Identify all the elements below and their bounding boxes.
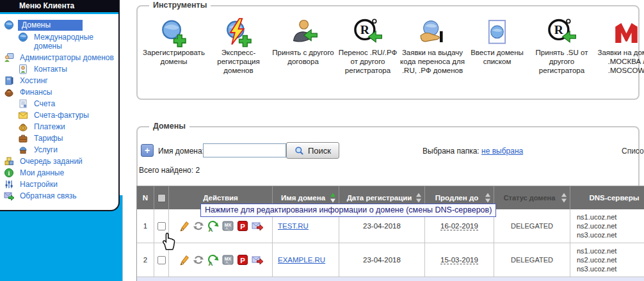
action-icons bbox=[178, 254, 263, 266]
sidebar-item-label[interactable]: Администраторы доменов bbox=[18, 52, 116, 63]
column-header-status[interactable]: Статус домена bbox=[494, 186, 570, 209]
sidebar-item-label[interactable]: Платежи bbox=[32, 122, 67, 132]
search-button-label: Поиск bbox=[308, 146, 331, 156]
sidebar-item-label[interactable]: Счета bbox=[32, 99, 57, 109]
column-header-dns[interactable]: DNS-серверы bbox=[570, 186, 644, 209]
sidebar-item-label[interactable]: Хостинг bbox=[18, 76, 50, 86]
sidebar-item[interactable]: Финансы bbox=[4, 87, 116, 97]
domain-link[interactable]: TEST.RU bbox=[278, 222, 309, 230]
sidebar-item-label[interactable]: Счета-фактуры bbox=[32, 110, 91, 120]
sidebar-item[interactable]: Администраторы доменов bbox=[4, 52, 116, 63]
tools-legend: Инструменты bbox=[149, 1, 211, 10]
domain-link[interactable]: EXAMPLE.RU bbox=[278, 256, 325, 264]
sidebar-item-label[interactable]: Настройки bbox=[18, 179, 60, 189]
sidebar-item[interactable]: Контакты bbox=[4, 64, 116, 74]
table-footer-row bbox=[137, 277, 644, 281]
row-checkbox[interactable] bbox=[157, 222, 166, 230]
tool-item[interactable]: Принять .SU от другого регистратора bbox=[529, 17, 594, 84]
transfer-ru-rf-icon bbox=[335, 17, 400, 46]
sidebar-item[interactable]: Тарифы bbox=[4, 133, 116, 143]
tool-item[interactable]: Перенос .RU/.РФ от другого регистратора bbox=[335, 17, 400, 84]
refresh-icon[interactable] bbox=[193, 220, 204, 232]
transfer-code-icon bbox=[400, 17, 465, 46]
column-header-checkbox bbox=[154, 186, 169, 209]
row-number: 1 bbox=[137, 209, 154, 243]
select-all-checkbox[interactable] bbox=[157, 194, 166, 202]
sort-desc-icon[interactable] bbox=[485, 199, 490, 203]
renew-icon[interactable] bbox=[207, 254, 219, 266]
tool-item[interactable]: Ввести домены списком bbox=[465, 17, 529, 84]
column-header-n[interactable]: N bbox=[137, 186, 154, 209]
total-found: Всего найдено: 2 bbox=[139, 166, 200, 175]
sidebar-item[interactable]: Настройки bbox=[4, 179, 116, 189]
refresh-icon[interactable] bbox=[193, 254, 204, 266]
tool-item[interactable]: Зарегистрировать домены bbox=[141, 17, 206, 84]
sort-asc-icon[interactable] bbox=[561, 193, 567, 197]
sidebar-item[interactable]: Обратная связь bbox=[4, 191, 116, 201]
folder-link[interactable]: не выбрана bbox=[481, 147, 523, 156]
domain-name-input[interactable] bbox=[203, 143, 286, 157]
tool-item[interactable]: Принять с другого договора bbox=[271, 17, 335, 84]
sort-asc-icon[interactable] bbox=[416, 193, 421, 197]
parking-icon[interactable] bbox=[237, 254, 248, 266]
sort-arrows[interactable] bbox=[330, 193, 335, 203]
folder-label: Выбрана папка: bbox=[423, 147, 479, 156]
sort-desc-icon[interactable] bbox=[416, 199, 421, 203]
sort-asc-icon[interactable] bbox=[485, 193, 490, 197]
sidebar-item-label[interactable]: Контакты bbox=[32, 64, 69, 74]
mx-records-icon[interactable] bbox=[222, 220, 234, 232]
folder-list-link[interactable]: Список bbox=[622, 147, 644, 156]
selected-folder: Выбрана папка: не выбрана bbox=[423, 147, 523, 156]
mail-forward-icon[interactable] bbox=[252, 220, 263, 232]
tool-item-label: Принять .SU от другого регистратора bbox=[529, 48, 594, 75]
row-checkbox[interactable] bbox=[157, 256, 166, 264]
mydata-icon bbox=[4, 168, 14, 178]
tool-item-label: Заявки на домен .МОСКВА / .MOSCOW bbox=[594, 48, 644, 75]
sidebar-item-label[interactable]: Очередь заданий bbox=[18, 156, 85, 166]
sidebar-item-label[interactable]: Тарифы bbox=[32, 133, 65, 143]
row-dns-cell: ns1.ucoz.net ns2.ucoz.net ns3.ucoz.net bbox=[570, 243, 644, 277]
renew-icon[interactable] bbox=[207, 220, 219, 232]
mail-forward-icon[interactable] bbox=[252, 254, 263, 266]
sidebar-item[interactable]: Хостинг bbox=[4, 76, 116, 86]
mx-records-icon[interactable] bbox=[222, 254, 234, 266]
sidebar-item[interactable]: Счета bbox=[4, 99, 116, 109]
feedback-icon bbox=[4, 191, 14, 201]
sidebar-item-label[interactable]: Международные домены bbox=[32, 32, 116, 51]
register-domains-icon bbox=[141, 17, 206, 46]
sidebar-item-label[interactable]: Финансы bbox=[18, 87, 54, 97]
sort-arrows[interactable] bbox=[561, 193, 567, 203]
sidebar-item-label[interactable]: Мои данные bbox=[18, 168, 66, 178]
sidebar-item-label[interactable]: Обратная связь bbox=[18, 191, 78, 201]
expand-search-button[interactable]: + bbox=[141, 144, 154, 157]
tool-item[interactable]: Заявки на домен .МОСКВА / .MOSCOW bbox=[594, 17, 644, 84]
sidebar-item[interactable]: Очередь заданий bbox=[4, 156, 116, 166]
sidebar-item[interactable]: Услуги bbox=[4, 145, 116, 155]
paid-till-link[interactable]: 15-03-2019 bbox=[440, 256, 478, 264]
queue-icon bbox=[4, 156, 14, 166]
sort-arrows[interactable] bbox=[485, 193, 490, 203]
paid-till-link[interactable]: 16-02-2019 bbox=[440, 222, 478, 230]
edit-pencil-icon[interactable] bbox=[178, 220, 189, 232]
sort-desc-icon[interactable] bbox=[561, 199, 567, 203]
tool-item[interactable]: Экспресс-регистрация доменов bbox=[206, 17, 271, 84]
search-button[interactable]: Поиск bbox=[286, 142, 339, 159]
sidebar-item[interactable]: Счета-фактуры bbox=[4, 110, 116, 120]
sidebar-item[interactable]: Домены bbox=[4, 20, 116, 31]
hosting-icon bbox=[4, 76, 14, 86]
sort-arrows[interactable] bbox=[416, 193, 421, 203]
sort-asc-icon[interactable] bbox=[330, 193, 335, 197]
client-menu-panel: Меню Клиента Домены Международные домены… bbox=[0, 0, 120, 211]
edit-pencil-icon[interactable] bbox=[178, 254, 189, 266]
row-status-cell: DELEGATED bbox=[494, 209, 570, 243]
sidebar-item[interactable]: Международные домены bbox=[4, 32, 116, 51]
sidebar-item[interactable]: Мои данные bbox=[4, 168, 116, 178]
sidebar-item-label[interactable]: Услуги bbox=[32, 145, 60, 155]
sidebar-item-label[interactable]: Домены bbox=[18, 20, 83, 31]
sort-desc-icon[interactable] bbox=[330, 199, 335, 203]
parking-icon[interactable] bbox=[237, 220, 248, 232]
tools-row: Зарегистрировать домены Экспресс-регистр… bbox=[138, 6, 638, 84]
tool-item[interactable]: Заявки на выдачу кода переноса для .RU, … bbox=[400, 17, 465, 84]
sidebar-item[interactable]: Платежи bbox=[4, 122, 116, 132]
main-content: Инструменты Зарегистрировать домены Эксп… bbox=[125, 0, 644, 281]
